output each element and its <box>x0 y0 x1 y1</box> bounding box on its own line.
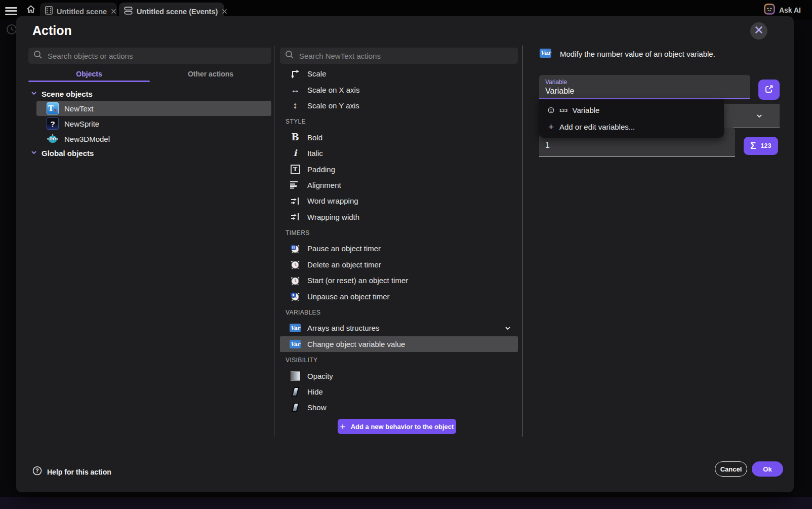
editor-bottom-strip <box>0 497 812 509</box>
action-item-label: Start (or reset) an object timer <box>307 276 408 285</box>
tab-objects[interactable]: Objects <box>28 67 150 81</box>
actions-search-input[interactable] <box>299 52 513 60</box>
timer-unpause-icon <box>289 290 301 302</box>
action-item-scale[interactable]: Scale <box>280 66 518 82</box>
tree-group-label: Global objects <box>42 149 94 158</box>
section-header-style: STYLE <box>280 113 518 129</box>
search-icon <box>285 50 294 61</box>
hide-icon <box>289 386 301 398</box>
divider-right <box>522 46 523 437</box>
action-item-delete-an-object-timer[interactable]: Delete an object timer <box>280 257 518 272</box>
object-item-new3dmodel[interactable]: New3DModel <box>36 131 271 146</box>
variable-badge-icon: Var <box>540 49 551 58</box>
close-tab-icon[interactable] <box>222 7 227 16</box>
opacity-icon <box>289 370 301 382</box>
action-item-hide[interactable]: Hide <box>280 384 518 400</box>
action-item-alignment[interactable]: Alignment <box>280 177 518 193</box>
section-header-variables: VARIABLES <box>280 304 518 320</box>
ai-face-icon <box>764 4 775 17</box>
object-item-newsprite[interactable]: ?NewSprite <box>36 116 271 131</box>
dropdown-item-variable[interactable]: 123Variable <box>539 102 724 119</box>
tab-other-actions[interactable]: Other actions <box>150 67 271 81</box>
sprite-object-icon: ? <box>47 118 59 130</box>
dropdown-item-label: Add or edit variables... <box>559 123 635 131</box>
object-item-newtext[interactable]: TxNewText <box>36 101 271 116</box>
action-item-label: Change object variable value <box>307 340 405 348</box>
chevron-down-icon[interactable] <box>504 324 512 334</box>
var-badge-icon: Var <box>289 322 301 334</box>
action-item-label: Unpause an object timer <box>307 292 390 301</box>
action-item-label: Word wrapping <box>307 197 358 205</box>
tree-group-scene-objects[interactable]: Scene objects <box>28 87 271 101</box>
ok-button[interactable]: Ok <box>752 461 783 477</box>
chevron-down-icon <box>30 148 38 159</box>
dialog-title: Action <box>32 23 72 38</box>
action-item-pause-an-object-timer[interactable]: Pause an object timer <box>280 241 518 256</box>
objects-search-input[interactable] <box>48 52 266 60</box>
action-item-label: Show <box>307 403 327 412</box>
section-header-timers: TIMERS <box>280 225 518 241</box>
italic-icon: i <box>289 147 301 160</box>
action-item-padding[interactable]: TPadding <box>280 161 518 177</box>
external-link-icon <box>764 84 774 96</box>
tree-group-label: Scene objects <box>42 90 93 98</box>
action-item-unpause-an-object-timer[interactable]: Unpause an object timer <box>280 288 518 304</box>
timer-pause-icon <box>289 243 301 255</box>
help-link[interactable]: ? Help for this action <box>32 466 111 478</box>
action-item-scale-on-x-axis[interactable]: ↔Scale on X axis <box>280 82 518 97</box>
action-item-label: Padding <box>307 165 335 174</box>
scale-icon <box>289 68 301 80</box>
action-item-bold[interactable]: BBold <box>280 130 518 145</box>
dropdown-item-add-or-edit-variables[interactable]: +Add or edit variables... <box>539 119 724 135</box>
ask-ai-button[interactable]: Ask AI <box>764 3 801 17</box>
variable-field-label: Variable <box>545 79 567 86</box>
timer-icon <box>289 258 301 270</box>
action-item-change-object-variable-value[interactable]: VarChange object variable value <box>280 336 518 352</box>
expression-builder-button[interactable]: Σ 123 <box>744 137 778 155</box>
tree-group-global-objects[interactable]: Global objects <box>28 146 271 160</box>
object-tree: Scene objectsTxNewText?NewSpriteNew3DMod… <box>28 87 271 160</box>
add-behavior-button[interactable]: + Add a new behavior to the object <box>338 419 456 434</box>
action-item-label: Arrays and structures <box>307 324 380 332</box>
bold-icon: B <box>289 131 301 143</box>
object-item-label: New3DModel <box>64 135 110 143</box>
objects-search <box>28 48 271 64</box>
action-item-scale-on-y-axis[interactable]: ↕Scale on Y axis <box>280 98 518 113</box>
action-item-word-wrapping[interactable]: Word wrapping <box>280 193 518 209</box>
action-item-start-or-reset-an-object-timer[interactable]: Start (or reset) an object timer <box>280 272 518 288</box>
action-dialog: Action Objects Other actions Scene objec… <box>16 16 794 492</box>
home-button[interactable] <box>24 4 37 17</box>
close-icon <box>755 26 763 36</box>
cancel-button[interactable]: Cancel <box>715 461 747 477</box>
svg-text:?: ? <box>35 467 38 474</box>
wrap-width-icon <box>289 211 301 223</box>
help-label: Help for this action <box>47 468 111 476</box>
action-item-label: Wrapping width <box>307 213 359 221</box>
action-item-label: Opacity <box>307 372 333 380</box>
action-item-label: Scale <box>307 69 327 78</box>
action-item-label: Scale on Y axis <box>307 101 359 110</box>
sigma-123-label: 123 <box>760 142 772 149</box>
dialog-close-button[interactable] <box>750 22 767 40</box>
left-tabs: Objects Other actions <box>28 67 271 81</box>
actions-search <box>280 48 518 64</box>
close-tab-icon[interactable] <box>111 7 116 16</box>
object-item-label: NewSprite <box>64 120 99 128</box>
divider-left <box>274 46 274 437</box>
variable-field[interactable]: Variable Variable <box>539 75 750 99</box>
action-item-show[interactable]: Show <box>280 400 518 415</box>
action-item-italic[interactable]: iItalic <box>280 145 518 161</box>
hamburger-menu-icon[interactable] <box>5 5 17 15</box>
action-item-arrays-and-structures[interactable]: VarArrays and structures <box>280 320 518 336</box>
action-item-label: Hide <box>307 387 323 396</box>
action-item-opacity[interactable]: Opacity <box>280 368 518 383</box>
chevron-down-icon <box>30 89 38 99</box>
active-tab-underline <box>28 81 150 82</box>
sigma-icon: Σ <box>750 140 756 151</box>
action-item-wrapping-width[interactable]: Wrapping width <box>280 209 518 225</box>
scale-x-icon: ↔ <box>289 84 301 96</box>
app-root: Untitled scene Untitled scene (Events) A… <box>0 0 812 509</box>
plus-icon: + <box>547 122 555 132</box>
open-full-editor-button[interactable] <box>758 80 780 100</box>
variable-field-value: Variable <box>545 87 575 96</box>
